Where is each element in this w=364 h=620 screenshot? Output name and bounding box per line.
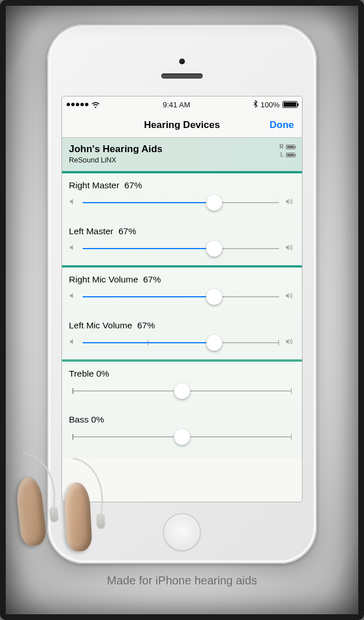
- right-ear-label: R: [280, 144, 284, 150]
- left-mic-slider[interactable]: [83, 336, 279, 349]
- earpiece-speaker: [161, 73, 203, 79]
- bass-slider[interactable]: [72, 431, 292, 443]
- slider-label: Left Master 67%: [69, 226, 295, 237]
- right-mic-slider-block: Right Mic Volume 67%: [62, 268, 302, 313]
- slider-label: Right Mic Volume 67%: [69, 274, 295, 285]
- volume-max-icon: [285, 292, 295, 302]
- device-model: ReSound LiNX: [69, 156, 162, 164]
- battery-icon: [282, 101, 297, 108]
- left-battery-icon: [286, 153, 295, 157]
- left-master-slider[interactable]: [83, 242, 279, 255]
- volume-max-icon: [285, 197, 295, 208]
- volume-max-icon: [285, 338, 295, 348]
- iphone-device-frame: 9:41 AM 100% Hearing Devices Done John's…: [47, 24, 317, 564]
- right-master-slider[interactable]: [83, 196, 279, 209]
- volume-max-icon: [285, 243, 295, 254]
- right-mic-slider[interactable]: [83, 290, 279, 303]
- left-ear-label: L: [280, 152, 284, 158]
- cell-signal-icon: [67, 103, 88, 106]
- treble-slider[interactable]: [72, 385, 292, 397]
- right-battery-icon: [286, 145, 295, 149]
- image-caption: Made for iPhone hearing aids: [0, 574, 364, 587]
- device-header[interactable]: John's Hearing Aids ReSound LiNX R L: [62, 138, 302, 173]
- right-master-slider-block: Right Master 67%: [62, 173, 302, 219]
- page-title: Hearing Devices: [144, 119, 220, 131]
- screen: 9:41 AM 100% Hearing Devices Done John's…: [62, 96, 302, 502]
- slider-label: Bass 0%: [69, 414, 295, 425]
- status-time: 9:41 AM: [163, 100, 191, 109]
- nav-bar: Hearing Devices Done: [62, 113, 302, 138]
- home-button[interactable]: [163, 513, 201, 551]
- front-camera: [179, 59, 185, 64]
- master-volume-section: Right Master 67% Left Master 67%: [62, 173, 302, 268]
- volume-min-icon: [69, 292, 77, 302]
- slider-label: Treble 0%: [69, 369, 295, 379]
- left-mic-slider-block: Left Mic Volume 67%: [62, 313, 302, 359]
- slider-label: Right Master 67%: [69, 180, 295, 191]
- slider-label: Left Mic Volume 67%: [69, 320, 295, 331]
- left-master-slider-block: Left Master 67%: [62, 219, 302, 265]
- battery-percent: 100%: [261, 100, 280, 109]
- device-name: John's Hearing Aids: [69, 144, 162, 155]
- wifi-icon: [91, 102, 100, 108]
- status-bar: 9:41 AM 100%: [62, 96, 302, 113]
- done-button[interactable]: Done: [270, 119, 295, 131]
- device-battery-indicators: R L: [280, 144, 295, 160]
- volume-min-icon: [69, 243, 77, 254]
- volume-min-icon: [69, 197, 77, 208]
- mic-volume-section: Right Mic Volume 67% Left Mic Volume 67%: [62, 268, 302, 362]
- bluetooth-icon: [253, 100, 258, 110]
- tone-section: Treble 0% Bass 0%: [62, 362, 302, 458]
- bass-slider-block: Bass 0%: [62, 408, 302, 458]
- treble-slider-block: Treble 0%: [62, 362, 302, 408]
- volume-min-icon: [69, 338, 77, 348]
